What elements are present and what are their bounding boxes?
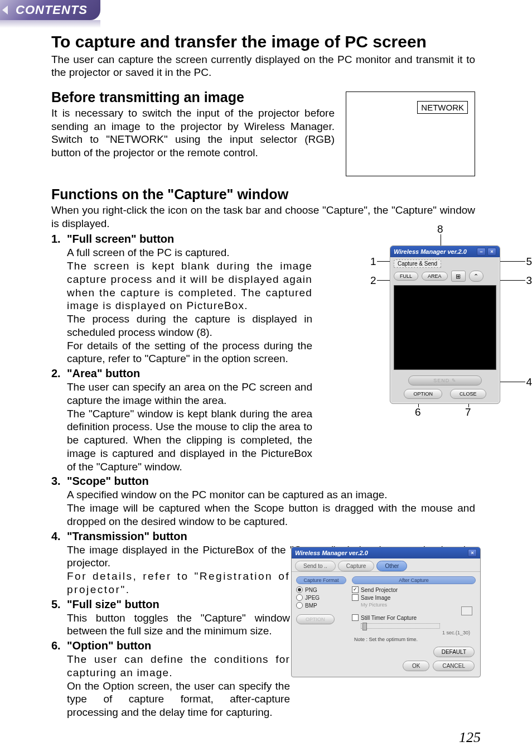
callout-7: 7	[465, 406, 471, 418]
radio-bmp[interactable]: BMP	[296, 602, 346, 609]
intro-text: The user can capture the screen currentl…	[51, 53, 475, 80]
func-text: The image will be captured when the Scop…	[67, 502, 475, 528]
callout-8: 8	[437, 223, 443, 235]
callout-2: 2	[370, 275, 376, 287]
tab-other[interactable]: Other	[376, 561, 407, 571]
cancel-button[interactable]: CANCEL	[433, 661, 475, 671]
radio-png[interactable]: PNG	[296, 586, 346, 593]
callout-5: 5	[526, 256, 532, 268]
callout-3: 3	[526, 275, 532, 287]
func-num: 4.	[51, 529, 67, 596]
option-sub-button[interactable]: OPTION	[296, 614, 335, 624]
send-button[interactable]: SEND ✎	[408, 375, 482, 386]
func-text: A specified window on the PC monitor can…	[67, 488, 475, 502]
option-window-titlebar[interactable]: Wireless Manager ver.2.0 ×	[292, 547, 480, 558]
function-item-2: 2. "Area" button The user can specify an…	[51, 367, 312, 473]
save-image-path: My Pictures	[361, 602, 476, 608]
check-save-image[interactable]: Save Image	[352, 594, 476, 601]
checkbox-icon	[352, 614, 359, 621]
option-button[interactable]: OPTION	[404, 389, 442, 399]
option-window-title: Wireless Manager ver.2.0	[295, 550, 368, 556]
fullsize-button[interactable]: ⌃	[469, 271, 483, 282]
callout-6: 6	[415, 406, 421, 418]
timer-slider[interactable]	[361, 623, 440, 629]
func-text: The "Capture" window is kept blank durin…	[67, 407, 312, 474]
before-text: It is necessary to switch the input of t…	[51, 107, 335, 160]
tab-capture[interactable]: Capture	[338, 561, 375, 571]
network-illustration: NETWORK	[346, 92, 475, 176]
tab-sendto[interactable]: Send to ..	[295, 561, 336, 571]
close-icon[interactable]: ×	[487, 248, 496, 256]
radio-icon	[296, 602, 303, 609]
func-text: A full screen of the PC is captured.	[67, 246, 312, 259]
radio-jpeg[interactable]: JPEG	[296, 594, 346, 601]
close-button[interactable]: CLOSE	[450, 389, 486, 399]
capture-window-titlebar[interactable]: Wireless Manager ver.2.0 – ×	[390, 246, 500, 257]
ok-button[interactable]: OK	[403, 661, 429, 671]
check-still-timer[interactable]: Still Timer For Capture	[352, 614, 476, 621]
picture-box	[394, 285, 496, 370]
func-text: The user can specify an area on the PC s…	[67, 381, 312, 407]
timer-note: Note : Set the optimum time.	[354, 637, 476, 642]
network-label: NETWORK	[417, 101, 468, 114]
checkbox-icon	[352, 586, 359, 593]
default-button[interactable]: DEFAULT	[433, 647, 475, 657]
folder-icon[interactable]	[461, 606, 472, 615]
capture-format-group: Capture Format	[296, 576, 346, 584]
func-num: 6.	[51, 639, 67, 719]
area-button[interactable]: AREA	[422, 272, 448, 281]
capture-window-figure: 8 1 2 5 3 4 6 7 Wireless Manager ver.2.0…	[370, 223, 532, 418]
radio-icon	[296, 586, 303, 593]
minimize-icon[interactable]: –	[477, 248, 486, 256]
callout-1: 1	[370, 256, 376, 268]
func-text: The screen is kept blank during the imag…	[67, 259, 312, 312]
capture-window[interactable]: Wireless Manager ver.2.0 – × Capture & S…	[390, 245, 500, 404]
checkbox-icon	[352, 594, 359, 601]
func-text: This button toggles the "Capture" window…	[67, 611, 290, 638]
option-window[interactable]: Wireless Manager ver.2.0 × Send to .. Ca…	[291, 547, 481, 677]
contents-label: CONTENTS	[16, 3, 88, 17]
page-number: 125	[459, 729, 481, 746]
func-title: "Transmission" button	[67, 529, 475, 543]
radio-icon	[296, 594, 303, 601]
func-num: 1.	[51, 232, 67, 365]
callout-4: 4	[526, 376, 532, 388]
capture-window-title: Wireless Manager ver.2.0	[394, 248, 467, 255]
capture-send-tab[interactable]: Capture & Send	[394, 259, 441, 268]
func-num: 5.	[51, 598, 67, 638]
functions-heading: Functions on the "Capture" window	[51, 186, 475, 203]
func-num: 3.	[51, 474, 67, 528]
after-capture-group: After Capture	[352, 576, 476, 584]
func-text: The process during the capture is displa…	[67, 312, 312, 339]
func-num: 2.	[51, 367, 67, 473]
func-text: For details of the setting of the proces…	[67, 339, 312, 366]
page-title: To capture and transfer the image of PC …	[51, 32, 475, 52]
func-text: On the Option screen, the user can speci…	[67, 680, 290, 719]
contents-tab[interactable]: CONTENTS	[0, 0, 112, 28]
check-send-projector[interactable]: Send Projector	[352, 586, 476, 593]
before-heading: Before transmitting an image	[51, 89, 335, 105]
function-item-1: 1. "Full screen" button A full screen of…	[51, 232, 312, 365]
func-title: "Full screen" button	[67, 232, 312, 246]
func-title: "Area" button	[67, 367, 312, 381]
timer-hint: 1 sec.(1_30)	[352, 630, 476, 635]
function-item-3: 3. "Scope" button A specified window on …	[51, 474, 475, 528]
full-button[interactable]: FULL	[394, 272, 418, 281]
close-icon[interactable]: ×	[468, 549, 477, 557]
func-text: The user can define the conditions for c…	[67, 653, 290, 680]
func-text: For details, refer to "Registration of p…	[67, 570, 290, 596]
func-title: "Scope" button	[67, 474, 475, 488]
scope-button[interactable]: ⊞	[451, 271, 466, 282]
